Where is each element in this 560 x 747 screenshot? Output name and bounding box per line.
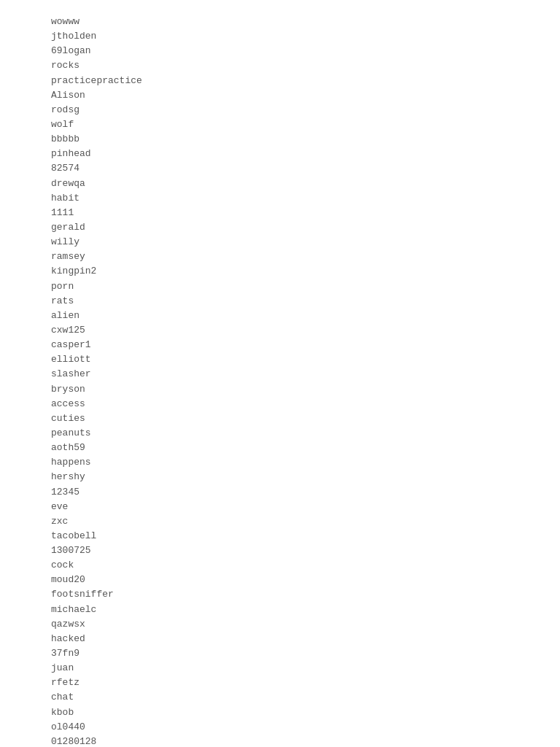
list-item: peanuts [51,426,509,441]
list-item: tacobell [51,529,509,543]
list-item: 12345 [51,485,509,500]
list-item: casper1 [51,338,509,352]
list-item: eve [51,500,509,514]
list-item: cuties [51,411,509,426]
list-item: moud20 [51,573,509,587]
list-item: footsniffer [51,587,509,602]
list-item: rfetz [51,676,509,690]
list-item: bryson [51,382,509,397]
list-item: chat [51,690,509,705]
list-item: practicepractice [51,74,509,88]
list-item: gerald [51,220,509,235]
list-item: michaelc [51,603,509,617]
list-item: happens [51,455,509,470]
list-item: wowww [51,15,509,29]
list-item: ol0440 [51,720,509,735]
list-item: 69logan [51,44,509,58]
list-item: rats [51,294,509,309]
list-item: 82574 [51,161,509,176]
list-item: kingpin2 [51,264,509,279]
list-item: 1111 [51,206,509,220]
list-item: wolf [51,117,509,132]
list-item: juan [51,661,509,676]
list-item: hershy [51,470,509,484]
list-item: bbbbb [51,132,509,147]
list-item: elliott [51,352,509,367]
list-item: Alison [51,88,509,103]
list-item: qazwsx [51,617,509,632]
list-item: rocks [51,58,509,73]
list-item: habit [51,191,509,206]
list-item: alien [51,309,509,323]
list-item: ramsey [51,249,509,264]
list-item: hacked [51,632,509,646]
list-item: pinhead [51,147,509,161]
list-item: jtholden [51,29,509,44]
list-item: 37fn9 [51,646,509,661]
list-item: kbob [51,705,509,720]
list-item: aoth59 [51,441,509,455]
list-item: porn [51,279,509,294]
list-item: willy [51,235,509,249]
list-item: slasher [51,367,509,382]
list-item: rodsg [51,103,509,117]
word-list: wowwwjtholden69loganrockspracticepractic… [51,15,509,747]
list-item: cock [51,558,509,573]
list-item: zxc [51,514,509,529]
list-item: drewqa [51,177,509,191]
list-item: access [51,397,509,411]
list-item: 1300725 [51,543,509,558]
list-item: cxw125 [51,323,509,338]
list-item: 01280128 [51,735,509,747]
